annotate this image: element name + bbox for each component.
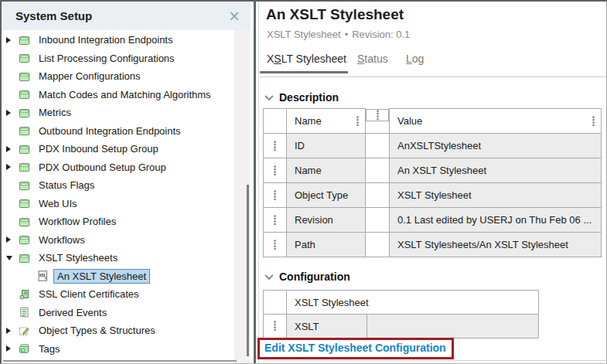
tree-item-label[interactable]: SSL Client Certificates	[35, 287, 143, 301]
tree-item[interactable]: Web UIs	[2, 195, 257, 213]
tree-item-label[interactable]: XSLT Stylesheets	[35, 250, 121, 265]
vertical-scrollbar-thumb[interactable]	[247, 185, 249, 356]
tree-item-label[interactable]: PDX Outbound Setup Group	[35, 160, 170, 175]
tree-item[interactable]: Tags	[2, 340, 257, 358]
tree-item-label[interactable]: Inbound Integration Endpoints	[35, 32, 176, 47]
object-types-icon	[19, 325, 31, 336]
edit-xslt-stylesheet-configuration-link[interactable]: Edit XSLT Stylesheet Configuration	[264, 342, 446, 354]
description-table: NameValueIDAnXSLTStylesheetNameAn XSLT S…	[263, 108, 602, 257]
tree-item-label[interactable]: An XSLT Stylesheet	[53, 269, 150, 284]
horizontal-scrollbar[interactable]	[3, 360, 237, 362]
tree-item-label[interactable]: PDX Inbound Setup Group	[35, 141, 162, 156]
header-spacer-cell	[264, 109, 287, 134]
folder-icon	[19, 89, 31, 100]
tab-log[interactable]: Log	[406, 53, 424, 65]
tree-item[interactable]: Match Codes and Matching Algorithms	[2, 86, 257, 104]
row-drag-handle-icon[interactable]	[274, 141, 276, 151]
configuration-table: XSLT StylesheetXSLT	[263, 290, 539, 338]
triangle-right-icon[interactable]	[6, 146, 19, 152]
row-handle-cell	[264, 315, 287, 338]
tab-text: og	[412, 53, 425, 65]
page-title: An XSLT Stylesheet	[266, 6, 404, 23]
vertical-scrollbar[interactable]	[234, 30, 250, 363]
spacer-cell	[366, 208, 390, 233]
table-row: XSLT	[264, 315, 539, 338]
tab-text: L	[406, 53, 412, 65]
tree-item[interactable]: Workflows	[2, 231, 257, 250]
tree-item[interactable]: Inbound Integration Endpoints	[2, 31, 257, 49]
value-cell: AnXSLTStylesheet	[390, 134, 602, 158]
tree-item-label[interactable]: Match Codes and Matching Algorithms	[35, 87, 215, 102]
row-drag-handle-icon[interactable]	[274, 165, 276, 176]
row-handle-cell	[264, 183, 287, 208]
row-handle-cell	[264, 208, 287, 233]
table-row: Object TypeXSLT Stylesheet	[264, 183, 602, 208]
folder-icon	[19, 162, 31, 173]
triangle-right-icon[interactable]	[6, 345, 19, 352]
collapse-chevron-icon[interactable]	[264, 271, 273, 280]
tree-item[interactable]: Metrics	[2, 104, 257, 122]
tree-item[interactable]: Mapper Configurations	[2, 67, 257, 86]
object-type-label: XSLT Stylesheet	[267, 29, 341, 40]
value-cell: An XSLT Stylesheet	[390, 158, 602, 183]
panel-separator	[254, 2, 256, 363]
column-menu-icon[interactable]	[592, 116, 595, 127]
tree-item[interactable]: Workflow Profiles	[2, 213, 257, 231]
configuration-section-header[interactable]: Configuration	[266, 270, 350, 283]
panel-bottom-divider	[263, 360, 605, 361]
annotation-highlight-box: Edit XSLT Stylesheet Configuration	[257, 338, 454, 359]
collapse-chevron-icon[interactable]	[264, 92, 273, 100]
section-title: Description	[279, 91, 339, 104]
column-menu-icon[interactable]	[377, 110, 379, 121]
tree-item[interactable]: XSLT Stylesheets	[2, 249, 257, 267]
tree-item[interactable]: XSLTAn XSLT Stylesheet	[2, 267, 257, 286]
row-drag-handle-icon[interactable]	[274, 321, 276, 332]
tree-item[interactable]: PDX Outbound Setup Group	[2, 158, 257, 177]
table-header-row: XSLT Stylesheet	[264, 291, 539, 315]
active-tab-indicator	[260, 71, 348, 73]
description-section-header[interactable]: Description	[266, 91, 339, 104]
tree-item-label[interactable]: Mapper Configurations	[35, 69, 145, 83]
tab-status[interactable]: Status	[357, 53, 388, 65]
tree-item-label[interactable]: Outbound Integration Endpoints	[35, 124, 185, 138]
tree-item[interactable]: List Processing Configurations	[2, 49, 257, 68]
tree-item-label[interactable]: Web UIs	[35, 196, 81, 211]
tree-item[interactable]: Status Flags	[2, 176, 257, 195]
table-row: PathXSLT Stylesheets/An XSLT Stylesheet	[264, 233, 602, 257]
value-cell	[367, 315, 539, 338]
close-icon[interactable]: ×	[229, 9, 240, 24]
object-subtitle: XSLT Stylesheet•Revision: 0.1	[267, 29, 410, 40]
tab-xslt-stylesheet[interactable]: XSLT Stylesheet	[267, 53, 346, 65]
spacer-cell	[366, 158, 390, 183]
tree-item-label[interactable]: Metrics	[35, 105, 75, 120]
folder-icon	[19, 70, 31, 82]
tree-item[interactable]: PDX Inbound Setup Group	[2, 140, 257, 158]
tree-item-label[interactable]: Object Types & Structures	[35, 323, 159, 338]
tree-item[interactable]: Outbound Integration Endpoints	[2, 122, 257, 141]
tab-text: X	[267, 53, 274, 65]
triangle-right-icon[interactable]	[6, 236, 19, 243]
triangle-right-icon[interactable]	[6, 37, 19, 43]
folder-icon	[19, 125, 31, 137]
tab-text: S	[274, 53, 281, 65]
tree-item-label[interactable]: Derived Events	[35, 305, 111, 320]
tree-item-label[interactable]: Workflow Profiles	[35, 214, 120, 229]
tree-item[interactable]: SSL Client Certificates	[2, 285, 257, 304]
row-drag-handle-icon[interactable]	[274, 215, 276, 226]
table-header-row: NameValue	[264, 109, 602, 134]
name-column-header: Name	[287, 109, 366, 134]
tree-item-label[interactable]: Workflows	[35, 233, 89, 247]
tree-item-label[interactable]: Tags	[35, 342, 63, 356]
tree-item-label[interactable]: Status Flags	[35, 178, 98, 192]
tree-item-label[interactable]: List Processing Configurations	[35, 51, 179, 66]
triangle-down-icon[interactable]	[6, 256, 19, 260]
list-icon	[19, 307, 31, 318]
row-drag-handle-icon[interactable]	[274, 240, 276, 250]
tree-item[interactable]: Derived Events	[2, 304, 257, 322]
column-menu-icon[interactable]	[356, 116, 359, 127]
triangle-right-icon[interactable]	[6, 328, 19, 334]
row-drag-handle-icon[interactable]	[274, 190, 276, 201]
triangle-right-icon[interactable]	[6, 110, 19, 116]
tree-item[interactable]: Object Types & Structures	[2, 321, 257, 340]
triangle-right-icon[interactable]	[6, 164, 19, 170]
